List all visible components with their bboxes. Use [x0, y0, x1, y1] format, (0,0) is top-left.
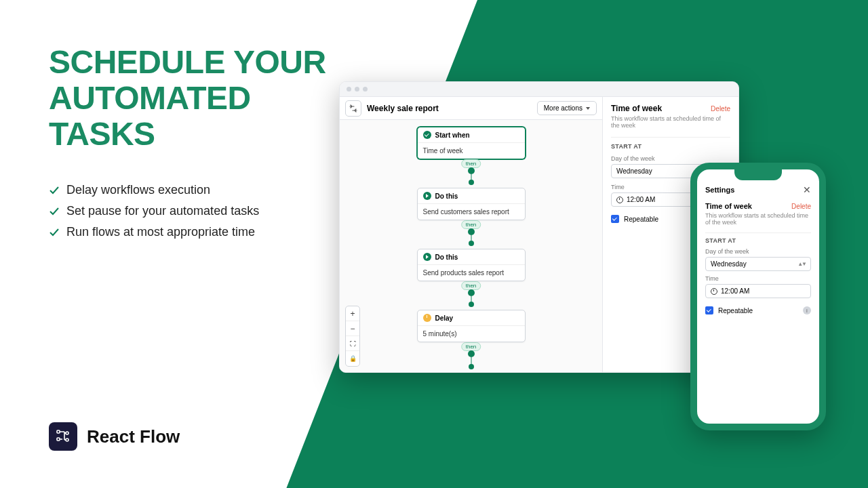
clock-icon: [616, 197, 623, 203]
menu-icon: [349, 104, 357, 113]
play-circle-icon: [423, 192, 431, 200]
connector-delete-icon[interactable]: [468, 350, 475, 357]
time-value: 12:00 AM: [627, 196, 655, 203]
check-circle-icon: [423, 131, 431, 139]
window-titlebar: [340, 82, 738, 97]
flow-node-start[interactable]: Start when Time of week: [417, 127, 526, 159]
traffic-light-dot: [347, 87, 351, 92]
workflow-canvas[interactable]: Start when Time of week then Do this Sen…: [340, 120, 602, 372]
brand-logo-icon: [49, 422, 77, 451]
bullet-text: Set pause for your automated tasks: [66, 204, 259, 218]
close-button[interactable]: ✕: [803, 184, 811, 195]
clock-circle-icon: [423, 314, 431, 322]
delete-button[interactable]: Delete: [791, 203, 811, 210]
repeatable-label: Repeatable: [624, 216, 658, 223]
zoom-out-button[interactable]: −: [346, 321, 359, 336]
flow-node-delay[interactable]: Delay 5 minute(s): [417, 310, 526, 342]
node-head-label: Start when: [435, 131, 470, 139]
node-head-label: Do this: [435, 253, 458, 261]
feature-bullets: Delay workflows execution Set pause for …: [49, 183, 259, 246]
node-head-label: Do this: [435, 192, 458, 200]
repeatable-label: Repeatable: [718, 307, 753, 314]
more-actions-button[interactable]: More actions: [537, 101, 597, 115]
day-select[interactable]: Wednesday ▲▼: [705, 257, 811, 271]
check-icon: [49, 206, 60, 217]
sidebar-section-heading: START AT: [611, 137, 730, 150]
day-field-label: Day of the week: [705, 248, 811, 255]
day-select-value: Wednesday: [616, 167, 652, 175]
zoom-in-button[interactable]: +: [346, 306, 359, 321]
node-body-label: Send customers sales report: [418, 204, 525, 220]
connector-handle-icon[interactable]: [469, 241, 474, 246]
repeatable-checkbox[interactable]: [705, 306, 713, 314]
sidebar-title: Time of week: [611, 104, 662, 113]
sidebar-toggle-button[interactable]: [345, 100, 361, 117]
workflow-topbar: Weekly sale report More actions: [340, 97, 602, 120]
connector-delete-icon[interactable]: [468, 167, 475, 174]
headline-line-1: SCHEDULE YOUR: [49, 45, 326, 81]
chevron-down-icon: [586, 107, 590, 110]
node-body-label: Time of week: [418, 143, 525, 159]
connector-delete-icon[interactable]: [468, 289, 475, 296]
bullet-item: Delay workflows execution: [49, 183, 259, 197]
play-circle-icon: [423, 253, 431, 261]
svg-point-3: [66, 439, 68, 441]
more-actions-label: More actions: [544, 104, 583, 112]
svg-rect-0: [57, 430, 60, 433]
node-body-label: Send products sales report: [418, 265, 525, 281]
bullet-item: Set pause for your automated tasks: [49, 204, 259, 218]
mobile-app-frame: Settings ✕ Time of week Delete This work…: [690, 163, 826, 430]
day-select-value: Wednesday: [711, 260, 747, 268]
mobile-panel-title: Time of week: [705, 202, 752, 210]
zoom-fit-button[interactable]: ⛶: [346, 336, 359, 351]
info-icon[interactable]: i: [803, 306, 811, 314]
node-body-label: 5 minute(s): [418, 326, 525, 342]
connector-handle-icon[interactable]: [469, 364, 474, 369]
zoom-controls: + − ⛶ 🔒: [345, 306, 360, 367]
bullet-item: Run flows at most appropriate time: [49, 225, 259, 239]
time-input[interactable]: 12:00 AM: [705, 284, 811, 298]
check-icon: [49, 227, 60, 238]
mobile-section-heading: START AT: [705, 232, 811, 244]
connector-handle-icon[interactable]: [469, 180, 474, 185]
phone-notch: [734, 169, 782, 180]
brand-name: React Flow: [87, 426, 180, 447]
brand-lockup: React Flow: [49, 422, 180, 451]
clock-icon: [711, 288, 717, 295]
headline-line-2: AUTOMATED: [49, 81, 326, 117]
time-value: 12:00 AM: [721, 287, 749, 295]
traffic-light-dot: [363, 87, 368, 92]
bullet-text: Run flows at most appropriate time: [66, 225, 255, 239]
delete-button[interactable]: Delete: [711, 105, 730, 113]
flow-node-action[interactable]: Do this Send customers sales report: [417, 188, 526, 220]
repeatable-checkbox[interactable]: [611, 215, 619, 223]
node-head-label: Delay: [435, 314, 454, 322]
select-caret-icon: ▲▼: [797, 261, 806, 267]
desktop-app-window: Weekly sale report More actions Start wh…: [339, 81, 739, 373]
headline-line-3: TASKS: [49, 117, 326, 152]
day-field-label: Day of the week: [611, 155, 730, 162]
traffic-light-dot: [355, 87, 359, 92]
check-icon: [49, 185, 60, 196]
time-field-label: Time: [705, 275, 811, 282]
mobile-description: This workflow starts at scheduled time o…: [705, 212, 811, 226]
connector-handle-icon[interactable]: [469, 302, 474, 307]
mobile-screen-title: Settings: [705, 186, 734, 194]
svg-point-2: [66, 432, 68, 434]
connector-delete-icon[interactable]: [468, 228, 475, 235]
sidebar-description: This workflow starts at scheduled time o…: [611, 115, 730, 129]
flow-node-action[interactable]: Do this Send products sales report: [417, 249, 526, 281]
headline: SCHEDULE YOUR AUTOMATED TASKS: [49, 45, 326, 152]
zoom-lock-button[interactable]: 🔒: [346, 351, 359, 366]
svg-rect-1: [57, 438, 60, 441]
workflow-title: Weekly sale report: [367, 104, 532, 113]
bullet-text: Delay workflows execution: [66, 183, 210, 197]
